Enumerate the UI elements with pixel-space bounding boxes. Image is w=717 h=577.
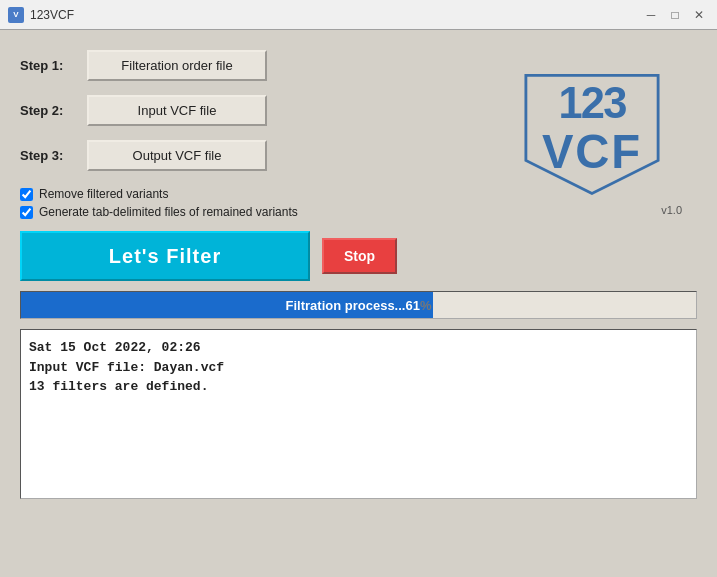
title-bar: V 123VCF ─ □ ✕ bbox=[0, 0, 717, 30]
svg-text:VCF: VCF bbox=[542, 125, 642, 178]
svg-text:123: 123 bbox=[559, 79, 627, 127]
minimize-button[interactable]: ─ bbox=[641, 5, 661, 25]
progress-label-percent: % bbox=[420, 298, 432, 313]
main-window: 123 VCF v1.0 Step 1: Filteration order f… bbox=[0, 30, 717, 577]
title-bar-left: V 123VCF bbox=[8, 7, 74, 23]
close-button[interactable]: ✕ bbox=[689, 5, 709, 25]
remove-filtered-label: Remove filtered variants bbox=[39, 187, 168, 201]
step-2-label: Step 2: bbox=[20, 103, 75, 118]
title-bar-controls: ─ □ ✕ bbox=[641, 5, 709, 25]
log-area: Sat 15 Oct 2022, 02:26 Input VCF file: D… bbox=[20, 329, 697, 499]
step-3-button[interactable]: Output VCF file bbox=[87, 140, 267, 171]
progress-label-blue: Filtration process...61 bbox=[286, 298, 420, 313]
title-bar-title: 123VCF bbox=[30, 8, 74, 22]
step-1-button[interactable]: Filteration order file bbox=[87, 50, 267, 81]
version-label: v1.0 bbox=[492, 204, 682, 216]
progress-label: Filtration process...61% bbox=[286, 298, 432, 313]
log-line-2: Input VCF file: Dayan.vcf bbox=[29, 358, 688, 378]
generate-tabdelimited-label: Generate tab-delimited files of remained… bbox=[39, 205, 298, 219]
log-line-3: 13 filters are defined. bbox=[29, 377, 688, 397]
generate-tabdelimited-checkbox[interactable] bbox=[20, 206, 33, 219]
lets-filter-button[interactable]: Let's Filter bbox=[20, 231, 310, 281]
stop-button[interactable]: Stop bbox=[322, 238, 397, 274]
logo-area: 123 VCF v1.0 bbox=[492, 45, 692, 216]
step-1-label: Step 1: bbox=[20, 58, 75, 73]
remove-filtered-checkbox[interactable] bbox=[20, 188, 33, 201]
maximize-button[interactable]: □ bbox=[665, 5, 685, 25]
step-3-label: Step 3: bbox=[20, 148, 75, 163]
progress-bar-container: Filtration process...61% bbox=[20, 291, 697, 319]
action-buttons-area: Let's Filter Stop bbox=[20, 231, 697, 281]
logo-svg: 123 VCF bbox=[507, 45, 677, 205]
app-icon: V bbox=[8, 7, 24, 23]
log-line-1: Sat 15 Oct 2022, 02:26 bbox=[29, 338, 688, 358]
step-2-button[interactable]: Input VCF file bbox=[87, 95, 267, 126]
